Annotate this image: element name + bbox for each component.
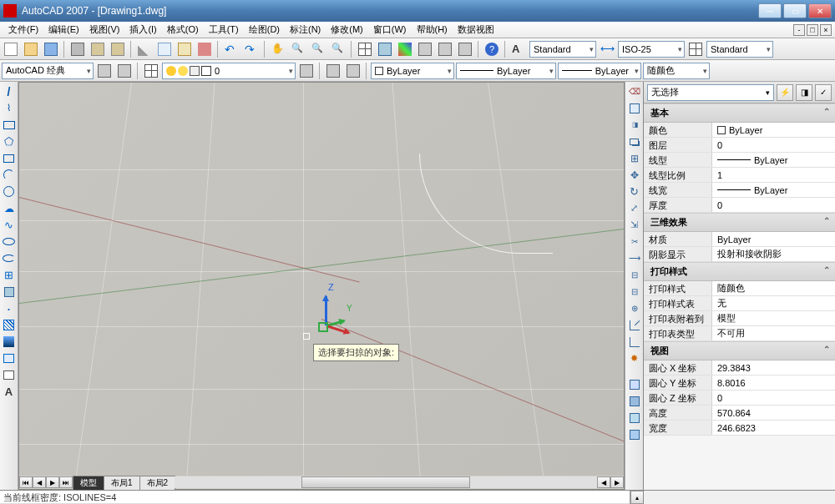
table-button[interactable] (1, 367, 18, 383)
plot-button[interactable] (68, 40, 87, 58)
workspace-combo[interactable]: AutoCAD 经典 (2, 63, 94, 79)
extend-button[interactable] (626, 250, 643, 266)
hscroll-right[interactable]: ▶ (610, 476, 624, 488)
prop-width-value[interactable]: 246.6823 (712, 421, 835, 435)
break-button[interactable] (626, 284, 643, 300)
menu-file[interactable]: 文件(F) (3, 22, 43, 38)
array-button[interactable] (626, 150, 643, 166)
spline-button[interactable] (1, 217, 18, 233)
menu-draw[interactable]: 绘图(D) (244, 22, 285, 38)
menu-window[interactable]: 窗口(W) (368, 22, 412, 38)
tablestyle-button[interactable] (686, 40, 705, 58)
tool-palettes-button[interactable] (396, 40, 414, 58)
textstyle-button[interactable] (509, 40, 528, 58)
make-block-button[interactable] (1, 284, 18, 300)
close-button[interactable]: ✕ (808, 3, 832, 18)
plotstyle-combo[interactable]: 随颜色 (643, 63, 710, 79)
quick-select-button[interactable]: ⚡ (777, 84, 793, 101)
circle-button[interactable] (1, 184, 18, 199)
menu-view[interactable]: 视图(V) (84, 22, 125, 38)
category-plot[interactable]: 打印样式 (644, 262, 835, 281)
linetype-combo[interactable]: ByLayer (456, 63, 556, 79)
revision-cloud-button[interactable] (1, 200, 18, 216)
open-button[interactable] (22, 40, 40, 58)
layer-combo[interactable]: 0 (162, 63, 296, 79)
publish-button[interactable] (109, 40, 127, 58)
prop-color-value[interactable]: ByLayer (712, 123, 835, 137)
workspace-settings-button[interactable] (95, 62, 114, 80)
zoom-rt-button[interactable] (289, 40, 307, 58)
maximize-button[interactable]: ▭ (783, 3, 807, 18)
break-at-point-button[interactable] (626, 267, 643, 283)
workspace-lock-button[interactable] (115, 62, 134, 80)
markup-button[interactable] (436, 40, 454, 58)
cut-button[interactable] (135, 40, 154, 58)
qcalc-button[interactable] (456, 40, 474, 58)
new-button[interactable] (2, 40, 20, 58)
draworder-button[interactable] (626, 376, 643, 392)
fillet-button[interactable] (626, 334, 643, 350)
menu-edit[interactable]: 编辑(E) (43, 22, 84, 38)
layout2-tab[interactable]: 布局2 (139, 476, 176, 490)
tablestyle-combo[interactable]: Standard (706, 41, 773, 58)
offset-button[interactable] (626, 134, 643, 149)
undo-button[interactable] (222, 40, 240, 58)
save-button[interactable] (42, 40, 60, 58)
rotate-button[interactable] (626, 184, 643, 199)
category-view[interactable]: 视图 (644, 341, 835, 360)
rectangle-button[interactable] (1, 150, 18, 166)
point-button[interactable] (1, 300, 18, 316)
dimstyle-combo[interactable]: ISO-25 (618, 41, 685, 58)
prop-plotstyletable-value[interactable]: 无 (712, 296, 835, 310)
tab-prev-button[interactable]: ◀ (33, 476, 46, 488)
layer-states-button[interactable] (324, 62, 342, 80)
hscroll-thumb[interactable] (301, 476, 470, 488)
command-scroll[interactable]: ▴ ▾ (630, 491, 643, 504)
draworder-back-button[interactable] (626, 393, 643, 409)
mdi-minimize[interactable]: - (793, 24, 805, 36)
selection-combo[interactable]: 无选择▾ (647, 84, 774, 101)
dimstyle-button[interactable] (598, 40, 616, 58)
ellipse-arc-button[interactable] (1, 250, 18, 266)
mtext-button[interactable] (1, 384, 18, 400)
prop-ltscale-value[interactable]: 1 (712, 168, 835, 182)
prop-centerx-value[interactable]: 29.3843 (712, 360, 835, 375)
redo-button[interactable] (242, 40, 261, 58)
hscroll-track[interactable] (175, 476, 597, 488)
minimize-button[interactable]: ─ (758, 3, 782, 18)
lineweight-combo[interactable]: ByLayer (558, 63, 641, 79)
cmd-scroll-up[interactable]: ▴ (630, 491, 644, 504)
gradient-button[interactable] (1, 334, 18, 350)
construction-line-button[interactable] (1, 100, 18, 116)
match-prop-button[interactable] (195, 40, 214, 58)
polygon-button[interactable] (1, 134, 18, 149)
hatch-button[interactable] (1, 317, 18, 333)
copy-obj-button[interactable] (626, 100, 643, 116)
textstyle-combo[interactable]: Standard (529, 41, 596, 58)
menu-dataview[interactable]: 数据视图 (453, 22, 499, 38)
category-3d[interactable]: 三维效果 (644, 213, 835, 232)
draworder-above-button[interactable] (626, 410, 643, 426)
line-button[interactable] (1, 83, 18, 99)
join-button[interactable] (626, 300, 643, 316)
scale-button[interactable] (626, 200, 643, 216)
erase-button[interactable] (626, 83, 643, 99)
zoom-win-button[interactable] (309, 40, 327, 58)
chamfer-button[interactable] (626, 317, 643, 333)
region-button[interactable] (1, 350, 18, 366)
explode-button[interactable] (626, 350, 643, 366)
layer-props-button[interactable] (142, 62, 160, 80)
layer-iso-button[interactable] (344, 62, 362, 80)
select-objects-button[interactable]: ◨ (796, 84, 812, 101)
stretch-button[interactable] (626, 217, 643, 233)
prop-shadow-value[interactable]: 投射和接收阴影 (712, 247, 835, 261)
mdi-close[interactable]: × (820, 24, 832, 36)
color-combo[interactable]: ByLayer (371, 63, 454, 79)
menu-format[interactable]: 格式(O) (162, 22, 204, 38)
draworder-under-button[interactable] (626, 426, 643, 442)
tab-last-button[interactable]: ⏭ (59, 476, 73, 488)
copy-button[interactable] (155, 40, 174, 58)
sheet-set-button[interactable] (416, 40, 434, 58)
prop-plottabletype-value[interactable]: 不可用 (712, 326, 835, 340)
prop-plotattach-value[interactable]: 模型 (712, 311, 835, 325)
